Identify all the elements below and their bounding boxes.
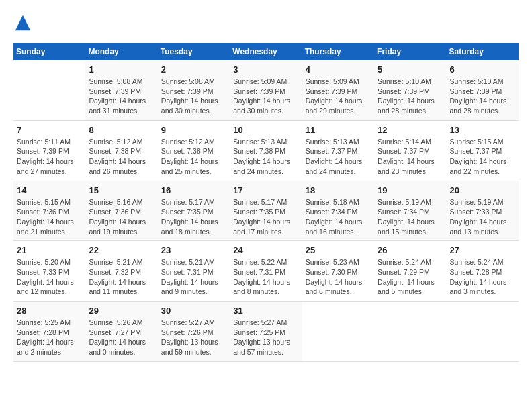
day-info: Sunrise: 5:27 AMSunset: 7:26 PMDaylight:… (161, 318, 226, 357)
header-friday: Friday (374, 43, 446, 60)
day-info: Sunrise: 5:08 AMSunset: 7:39 PMDaylight:… (161, 77, 226, 116)
calendar-cell: 26Sunrise: 5:24 AMSunset: 7:29 PMDayligh… (374, 241, 446, 302)
calendar-cell: 31Sunrise: 5:27 AMSunset: 7:25 PMDayligh… (230, 302, 302, 362)
svg-marker-0 (15, 15, 30, 30)
calendar-cell: 24Sunrise: 5:22 AMSunset: 7:31 PMDayligh… (230, 241, 302, 302)
day-info: Sunrise: 5:24 AMSunset: 7:28 PMDaylight:… (450, 257, 515, 297)
calendar-cell: 28Sunrise: 5:25 AMSunset: 7:28 PMDayligh… (13, 302, 85, 362)
calendar-cell: 18Sunrise: 5:18 AMSunset: 7:34 PMDayligh… (302, 181, 374, 241)
day-info: Sunrise: 5:21 AMSunset: 7:32 PMDaylight:… (89, 257, 154, 297)
day-number: 2 (161, 64, 226, 75)
day-number: 29 (89, 306, 154, 316)
day-number: 8 (89, 125, 154, 135)
day-number: 26 (378, 245, 443, 255)
day-info: Sunrise: 5:17 AMSunset: 7:35 PMDaylight:… (233, 197, 298, 237)
day-info: Sunrise: 5:19 AMSunset: 7:34 PMDaylight:… (378, 197, 443, 237)
day-number: 3 (233, 64, 298, 75)
calendar-cell: 13Sunrise: 5:15 AMSunset: 7:37 PMDayligh… (447, 120, 519, 181)
calendar-cell: 15Sunrise: 5:16 AMSunset: 7:36 PMDayligh… (85, 181, 157, 241)
day-info: Sunrise: 5:26 AMSunset: 7:27 PMDaylight:… (89, 318, 154, 357)
day-number: 4 (306, 64, 371, 75)
calendar-cell: 7Sunrise: 5:11 AMSunset: 7:39 PMDaylight… (13, 120, 85, 181)
day-info: Sunrise: 5:21 AMSunset: 7:31 PMDaylight:… (161, 257, 226, 297)
calendar-cell: 21Sunrise: 5:20 AMSunset: 7:33 PMDayligh… (13, 241, 85, 302)
calendar-cell: 27Sunrise: 5:24 AMSunset: 7:28 PMDayligh… (447, 241, 519, 302)
day-number: 19 (378, 185, 443, 195)
day-number: 25 (306, 245, 371, 255)
day-number: 14 (17, 185, 82, 195)
calendar-cell: 3Sunrise: 5:09 AMSunset: 7:39 PMDaylight… (230, 60, 302, 120)
header-wednesday: Wednesday (230, 43, 302, 60)
calendar-cell: 9Sunrise: 5:12 AMSunset: 7:38 PMDaylight… (158, 120, 230, 181)
calendar-cell: 4Sunrise: 5:09 AMSunset: 7:39 PMDaylight… (302, 60, 374, 120)
day-info: Sunrise: 5:27 AMSunset: 7:25 PMDaylight:… (233, 318, 298, 357)
day-number: 23 (161, 245, 226, 255)
calendar-cell: 6Sunrise: 5:10 AMSunset: 7:39 PMDaylight… (447, 60, 519, 120)
day-info: Sunrise: 5:18 AMSunset: 7:34 PMDaylight:… (306, 197, 371, 237)
day-info: Sunrise: 5:19 AMSunset: 7:33 PMDaylight:… (450, 197, 515, 237)
day-info: Sunrise: 5:13 AMSunset: 7:37 PMDaylight:… (306, 137, 371, 177)
day-number: 30 (161, 306, 226, 316)
logo-icon (13, 13, 32, 32)
day-number: 21 (17, 245, 82, 255)
calendar-cell: 17Sunrise: 5:17 AMSunset: 7:35 PMDayligh… (230, 181, 302, 241)
day-info: Sunrise: 5:24 AMSunset: 7:29 PMDaylight:… (378, 257, 443, 297)
calendar-cell: 14Sunrise: 5:15 AMSunset: 7:36 PMDayligh… (13, 181, 85, 241)
day-number: 27 (450, 245, 515, 255)
day-info: Sunrise: 5:15 AMSunset: 7:37 PMDaylight:… (450, 137, 515, 177)
calendar-cell: 30Sunrise: 5:27 AMSunset: 7:26 PMDayligh… (158, 302, 230, 362)
calendar-cell (13, 60, 85, 120)
day-number: 16 (161, 185, 226, 195)
logo (13, 13, 35, 32)
day-number: 9 (161, 125, 226, 135)
day-number: 10 (233, 125, 298, 135)
calendar-cell: 16Sunrise: 5:17 AMSunset: 7:35 PMDayligh… (158, 181, 230, 241)
calendar-header: Sunday Monday Tuesday Wednesday Thursday… (13, 43, 519, 60)
header-thursday: Thursday (302, 43, 374, 60)
calendar-table: Sunday Monday Tuesday Wednesday Thursday… (13, 43, 519, 362)
header-monday: Monday (85, 43, 157, 60)
calendar-week-row: 28Sunrise: 5:25 AMSunset: 7:28 PMDayligh… (13, 302, 519, 362)
calendar-week-row: 14Sunrise: 5:15 AMSunset: 7:36 PMDayligh… (13, 181, 519, 241)
day-number: 22 (89, 245, 154, 255)
calendar-cell (374, 302, 446, 362)
day-number: 6 (450, 64, 515, 75)
calendar-week-row: 21Sunrise: 5:20 AMSunset: 7:33 PMDayligh… (13, 241, 519, 302)
day-number: 15 (89, 185, 154, 195)
day-info: Sunrise: 5:11 AMSunset: 7:39 PMDaylight:… (17, 137, 82, 177)
calendar-week-row: 1Sunrise: 5:08 AMSunset: 7:39 PMDaylight… (13, 60, 519, 120)
header-tuesday: Tuesday (158, 43, 230, 60)
calendar-cell: 25Sunrise: 5:23 AMSunset: 7:30 PMDayligh… (302, 241, 374, 302)
calendar-cell (447, 302, 519, 362)
calendar-cell: 20Sunrise: 5:19 AMSunset: 7:33 PMDayligh… (447, 181, 519, 241)
day-info: Sunrise: 5:20 AMSunset: 7:33 PMDaylight:… (17, 257, 82, 297)
day-number: 20 (450, 185, 515, 195)
day-number: 28 (17, 306, 82, 316)
day-number: 5 (378, 64, 443, 75)
day-number: 1 (89, 64, 154, 75)
calendar-cell (302, 302, 374, 362)
header-saturday: Saturday (447, 43, 519, 60)
day-info: Sunrise: 5:08 AMSunset: 7:39 PMDaylight:… (89, 77, 154, 116)
calendar-body: 1Sunrise: 5:08 AMSunset: 7:39 PMDaylight… (13, 60, 519, 361)
header-sunday: Sunday (13, 43, 85, 60)
calendar-cell: 11Sunrise: 5:13 AMSunset: 7:37 PMDayligh… (302, 120, 374, 181)
calendar-cell: 10Sunrise: 5:13 AMSunset: 7:38 PMDayligh… (230, 120, 302, 181)
day-info: Sunrise: 5:09 AMSunset: 7:39 PMDaylight:… (306, 77, 371, 116)
day-info: Sunrise: 5:16 AMSunset: 7:36 PMDaylight:… (89, 197, 154, 237)
day-info: Sunrise: 5:15 AMSunset: 7:36 PMDaylight:… (17, 197, 82, 237)
calendar-cell: 2Sunrise: 5:08 AMSunset: 7:39 PMDaylight… (158, 60, 230, 120)
day-info: Sunrise: 5:22 AMSunset: 7:31 PMDaylight:… (233, 257, 298, 297)
day-number: 7 (17, 125, 82, 135)
calendar-cell: 23Sunrise: 5:21 AMSunset: 7:31 PMDayligh… (158, 241, 230, 302)
day-info: Sunrise: 5:14 AMSunset: 7:37 PMDaylight:… (378, 137, 443, 177)
day-info: Sunrise: 5:17 AMSunset: 7:35 PMDaylight:… (161, 197, 226, 237)
day-info: Sunrise: 5:10 AMSunset: 7:39 PMDaylight:… (378, 77, 443, 116)
page-header (13, 13, 519, 32)
calendar-cell: 8Sunrise: 5:12 AMSunset: 7:38 PMDaylight… (85, 120, 157, 181)
calendar-week-row: 7Sunrise: 5:11 AMSunset: 7:39 PMDaylight… (13, 120, 519, 181)
calendar-cell: 29Sunrise: 5:26 AMSunset: 7:27 PMDayligh… (85, 302, 157, 362)
day-info: Sunrise: 5:09 AMSunset: 7:39 PMDaylight:… (233, 77, 298, 116)
day-info: Sunrise: 5:10 AMSunset: 7:39 PMDaylight:… (450, 77, 515, 116)
day-number: 13 (450, 125, 515, 135)
